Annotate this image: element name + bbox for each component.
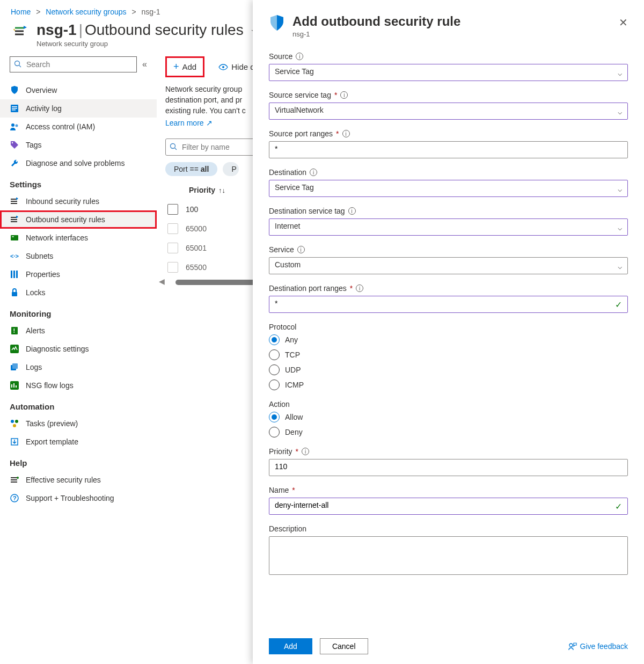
breadcrumb-home[interactable]: Home [11, 8, 31, 16]
chevron-down-icon: ⌵ [618, 223, 622, 232]
filter-pill-partial[interactable]: P [223, 162, 239, 176]
sidebar-item-logs[interactable]: Logs [0, 358, 157, 376]
action-radio-allow[interactable]: Allow [269, 412, 628, 422]
info-icon[interactable]: i [302, 448, 309, 455]
protocol-radio-icmp[interactable]: ICMP [269, 380, 628, 390]
svg-point-23 [13, 424, 16, 427]
destination-label: Destinationi [269, 168, 628, 177]
priority-cell: 65001 [186, 244, 207, 252]
checkmark-icon: ✓ [615, 501, 622, 512]
sidebar-item-subnets[interactable]: <·> Subnets [0, 247, 157, 265]
panel-subtitle: nsg-1 [292, 30, 460, 38]
sidebar-item-properties[interactable]: Properties [0, 265, 157, 283]
description-textarea[interactable] [269, 536, 628, 575]
svg-rect-12 [13, 271, 15, 278]
protocol-radio-tcp[interactable]: TCP [269, 349, 628, 360]
info-icon[interactable]: i [356, 284, 363, 292]
sidebar-item-network-interfaces[interactable]: Network interfaces [0, 229, 157, 247]
row-checkbox[interactable] [167, 262, 178, 273]
wrench-icon [10, 158, 19, 168]
svg-rect-19 [12, 363, 18, 369]
destination-port-ranges-input[interactable]: ✓ [269, 296, 628, 313]
filter-by-name[interactable] [165, 138, 262, 156]
action-radio-group: Allow Deny [269, 412, 628, 437]
add-button[interactable]: + Add [167, 58, 203, 76]
panel-cancel-button[interactable]: Cancel [320, 638, 368, 654]
source-select[interactable]: Service Tag ⌵ [269, 64, 628, 81]
sidebar-item-diagnose[interactable]: Diagnose and solve problems [0, 154, 157, 172]
svg-rect-3 [12, 108, 17, 109]
info-icon[interactable]: i [296, 53, 303, 60]
sidebar-group-automation: Automation [0, 395, 157, 414]
svg-rect-8 [11, 235, 18, 240]
panel-add-button[interactable]: Add [269, 638, 312, 654]
plus-icon: + [173, 61, 179, 72]
logs-icon [10, 362, 19, 372]
destination-service-tag-select[interactable]: Internet ⌵ [269, 218, 628, 236]
svg-point-22 [15, 420, 18, 423]
sidebar-item-diagnostic-settings[interactable]: Diagnostic settings [0, 340, 157, 358]
description-label: Description [269, 524, 628, 533]
sidebar-item-tags[interactable]: Tags [0, 136, 157, 154]
action-radio-deny[interactable]: Deny [269, 427, 628, 437]
info-icon[interactable]: i [340, 91, 348, 99]
protocol-radio-any[interactable]: Any [269, 334, 628, 345]
svg-point-29 [171, 144, 175, 149]
sidebar-item-activity-log[interactable]: Activity log [0, 99, 157, 118]
priority-label: Priority *i [269, 447, 628, 456]
info-icon[interactable]: i [342, 130, 350, 137]
collapse-menu-icon[interactable]: « [142, 60, 147, 69]
sidebar-item-alerts[interactable]: ! Alerts [0, 322, 157, 340]
nsg-resource-icon [11, 21, 30, 38]
row-checkbox[interactable] [167, 204, 178, 215]
horizontal-scrollbar[interactable] [175, 280, 261, 285]
sidebar-item-export-template[interactable]: Export template [0, 433, 157, 451]
destination-select[interactable]: Service Tag ⌵ [269, 180, 628, 197]
info-icon[interactable]: i [348, 207, 356, 215]
priority-input[interactable] [269, 459, 628, 476]
radio-icon [269, 412, 280, 422]
search-input[interactable] [10, 56, 137, 72]
name-input[interactable]: ✓ [269, 498, 628, 515]
info-icon[interactable]: i [310, 169, 317, 176]
scroll-left-icon[interactable]: ◀ [159, 277, 165, 286]
breadcrumb-nsg-list[interactable]: Network security groups [46, 8, 126, 16]
svg-point-28 [222, 66, 224, 68]
sidebar-item-tasks[interactable]: Tasks (preview) [0, 414, 157, 433]
close-icon[interactable]: ✕ [619, 14, 628, 29]
source-service-tag-select[interactable]: VirtualNetwork ⌵ [269, 103, 628, 120]
row-checkbox[interactable] [167, 243, 178, 253]
sidebar-item-locks[interactable]: Locks [0, 283, 157, 302]
row-checkbox[interactable] [167, 223, 178, 234]
checkmark-icon: ✓ [615, 300, 622, 310]
menu-search[interactable] [10, 56, 137, 72]
sidebar-item-inbound-rules[interactable]: Inbound security rules [0, 192, 157, 210]
info-icon[interactable]: i [297, 246, 305, 253]
service-select[interactable]: Custom ⌵ [269, 257, 628, 274]
learn-more-link[interactable]: Learn more ↗ [165, 119, 213, 127]
sidebar-item-access-control[interactable]: Access control (IAM) [0, 118, 157, 136]
sidebar-item-effective-rules[interactable]: Effective security rules [0, 471, 157, 489]
destination-service-tag-label: Destination service tagi [269, 207, 628, 215]
page-title: nsg-1|Outbound security rules ☆ [36, 21, 260, 39]
radio-icon [269, 364, 280, 375]
svg-rect-4 [12, 110, 16, 111]
source-port-ranges-label: Source port ranges *i [269, 129, 628, 138]
shield-icon [269, 14, 285, 32]
flow-icon [10, 381, 19, 390]
svg-point-6 [16, 125, 18, 127]
source-port-ranges-input[interactable] [269, 141, 628, 158]
svg-point-25 [17, 477, 19, 479]
filter-input[interactable] [165, 138, 262, 156]
breadcrumb-current: nsg-1 [141, 8, 160, 16]
sidebar-item-outbound-rules[interactable]: Outbound security rules [0, 210, 157, 229]
sidebar-item-overview[interactable]: Overview [0, 81, 157, 99]
sidebar-item-nsg-flow-logs[interactable]: NSG flow logs [0, 376, 157, 395]
sidebar-item-support[interactable]: ? Support + Troubleshooting [0, 489, 157, 507]
filter-pill-port[interactable]: Port == all [165, 162, 217, 176]
svg-text:!: ! [13, 327, 16, 334]
log-icon [10, 104, 19, 113]
sidebar-group-settings: Settings [0, 172, 157, 192]
protocol-radio-udp[interactable]: UDP [269, 364, 628, 375]
give-feedback-link[interactable]: Give feedback [568, 642, 628, 651]
